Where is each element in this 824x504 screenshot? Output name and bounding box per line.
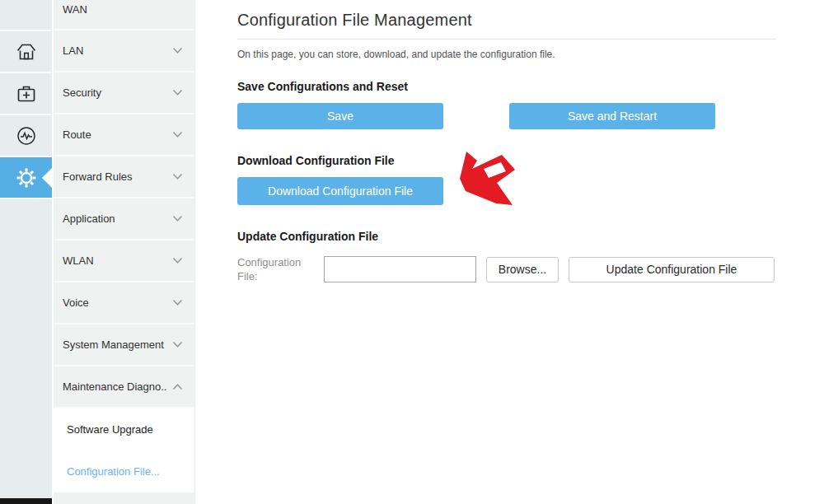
sidebar-item-wlan[interactable]: WLAN	[54, 240, 194, 282]
home-icon	[16, 42, 37, 62]
settings-gear-icon	[16, 167, 37, 189]
configuration-file-input[interactable]	[324, 256, 476, 282]
submenu-item-label: Software Upgrade	[67, 423, 153, 436]
chevron-down-icon	[172, 173, 183, 180]
sidebar-subitem-configuration-file[interactable]: Configuration File...	[54, 450, 194, 492]
chevron-down-icon	[172, 131, 183, 138]
icon-rail	[0, 0, 52, 504]
download-configuration-file-button[interactable]: Download Configuration File	[237, 177, 443, 205]
save-button[interactable]: Save	[237, 103, 443, 129]
router-admin-screen: WAN LAN Security Route Forward Rules App…	[0, 0, 824, 504]
main-content: Configuration File Management On this pa…	[195, 0, 824, 504]
red-arrow-annotation	[450, 147, 519, 215]
sidebar-item-security[interactable]: Security	[54, 72, 194, 114]
rail-filler	[0, 198, 52, 497]
submenu-item-label: Configuration File...	[67, 465, 160, 478]
update-configuration-file-button[interactable]: Update Configuration File	[569, 257, 775, 282]
diagnose-gauge-icon	[16, 125, 37, 147]
maintenance-submenu: Software Upgrade Configuration File...	[54, 408, 194, 492]
rail-item-diagnose-kit[interactable]	[0, 72, 52, 114]
rail-item-status-gauge[interactable]	[0, 114, 52, 156]
sidebar-item-voice[interactable]: Voice	[54, 282, 194, 324]
sidebar-item-label: Route	[63, 128, 172, 141]
sidebar-item-application[interactable]: Application	[54, 198, 194, 240]
sidebar-item-route[interactable]: Route	[54, 114, 194, 156]
sidebar-item-maintenance-diagnose[interactable]: Maintenance Diagno..	[54, 366, 194, 408]
sidebar-item-label: Application	[63, 212, 172, 225]
chevron-down-icon	[172, 341, 183, 348]
first-aid-kit-icon	[16, 84, 37, 104]
sidebar-item-label: System Management	[63, 338, 172, 351]
save-section-heading: Save Configurations and Reset	[237, 80, 776, 93]
chevron-down-icon	[172, 257, 183, 264]
sidebar-item-label: Forward Rules	[63, 170, 172, 183]
sidebar-item-system-management[interactable]: System Management	[54, 324, 194, 366]
sidebar-item-label: WLAN	[63, 254, 172, 267]
sidebar-item-label: Voice	[63, 296, 172, 309]
button-gap	[443, 103, 509, 129]
sidebar-menu: WAN LAN Security Route Forward Rules App…	[54, 0, 195, 504]
chevron-down-icon	[172, 89, 183, 96]
update-section-heading: Update Configuration File	[237, 230, 776, 243]
chevron-down-icon	[172, 215, 183, 222]
sidebar-item-label: LAN	[63, 44, 172, 57]
rail-item-settings[interactable]	[0, 156, 52, 198]
page-title: Configuration File Management	[237, 11, 776, 30]
save-and-restart-button[interactable]: Save and Restart	[509, 103, 715, 129]
title-divider	[237, 39, 776, 40]
sidebar-item-label: Maintenance Diagno..	[63, 380, 172, 393]
configuration-file-label: Configuration File:	[237, 255, 324, 283]
sidebar-item-lan[interactable]: LAN	[54, 30, 194, 72]
chevron-down-icon	[172, 47, 183, 54]
page-description: On this page, you can store, download, a…	[237, 49, 776, 60]
selected-notch-triangle	[42, 168, 52, 188]
chevron-down-icon	[172, 299, 183, 306]
sidebar-item-label: Security	[63, 86, 172, 99]
chevron-up-icon	[172, 383, 183, 390]
rail-top-spacer	[0, 0, 52, 30]
rail-item-home[interactable]	[0, 30, 52, 72]
sidebar-subitem-software-upgrade[interactable]: Software Upgrade	[54, 408, 194, 450]
browse-button[interactable]: Browse...	[486, 257, 559, 282]
rail-bottom-black-bar	[0, 498, 52, 504]
update-row: Configuration File: Browse... Update Con…	[237, 255, 776, 283]
sidebar-item-wan[interactable]: WAN	[54, 0, 194, 30]
sidebar-item-forward-rules[interactable]: Forward Rules	[54, 156, 194, 198]
sidebar-item-label: WAN	[63, 3, 183, 16]
save-buttons-row: Save Save and Restart	[237, 103, 776, 129]
